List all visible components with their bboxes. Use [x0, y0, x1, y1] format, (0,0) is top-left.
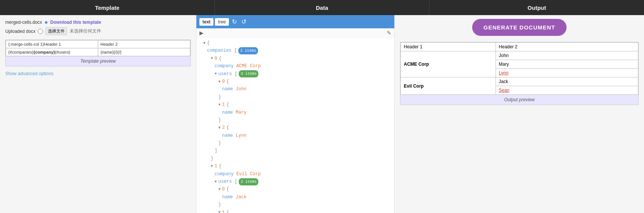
user-john: John: [496, 51, 638, 60]
list-item: ▼ users [ 3 items: [215, 70, 391, 78]
table-row: ACME Corp John: [401, 51, 638, 60]
output-panel: GENERATE DOCUMENT Header 1 Header 2 ACME…: [395, 15, 644, 213]
output-table: Header 1 Header 2 ACME Corp John Mary Ly…: [400, 42, 638, 95]
data-panel: text tree ↻ ↺ ▶ ✎ ▼ { companies [ 2 item…: [196, 15, 395, 213]
list-item: name Lynn: [222, 132, 391, 139]
template-preview-label: Template preview: [6, 56, 190, 66]
data-toolbar: text tree ↻ ↺: [196, 15, 394, 28]
list-item: companies [ 2 items: [207, 47, 391, 54]
table-cell: {:merge-cells-col 1}Header 1: [6, 40, 98, 48]
choose-file-button[interactable]: 选择文件: [45, 27, 67, 35]
template-panel: merged-cells.docx ● Download this templa…: [0, 15, 196, 213]
list-item: ▼ 0 {: [218, 78, 391, 85]
header-template: Template: [0, 0, 215, 15]
header-data-label: Data: [316, 5, 328, 11]
tree-content: ▼ { companies [ 2 items ▼ 0 { company AC…: [196, 38, 394, 213]
template-file-row: merged-cells.docx ● Download this templa…: [5, 19, 191, 26]
list-item: ]: [215, 147, 391, 154]
tab-tree[interactable]: tree: [215, 18, 229, 26]
table-cell: {name}{/}{/}: [98, 48, 190, 56]
list-item: ▼ 0 {: [218, 185, 391, 193]
company-acme: ACME Corp: [401, 51, 496, 77]
radio-indicator: ●: [44, 19, 48, 26]
header-output: Output: [429, 0, 644, 15]
list-item: ▼ 1 {: [218, 209, 391, 213]
list-item: }: [218, 201, 391, 208]
main-content: merged-cells.docx ● Download this templa…: [0, 15, 644, 213]
table-row: Header 1 Header 2: [401, 43, 638, 51]
table-row: {#companies}{company}{#users} {name}{/}{…: [6, 48, 190, 56]
list-item: ▼ users [ 2 items: [215, 178, 391, 185]
company-evil: Evil Corp: [401, 77, 496, 95]
list-item: }: [218, 116, 391, 124]
output-preview-label: Output preview: [400, 95, 638, 105]
top-header: Template Data Output: [0, 0, 644, 15]
user-sean: Sean: [496, 86, 638, 95]
download-template-link[interactable]: Download this template: [50, 20, 101, 25]
list-item: ▼ 1 {: [211, 162, 391, 170]
list-item: }: [211, 155, 391, 162]
table-header-2: Header 2: [496, 43, 638, 51]
template-filename: merged-cells.docx: [5, 20, 42, 25]
output-preview-box: Header 1 Header 2 ACME Corp John Mary Ly…: [400, 42, 639, 105]
list-item: ▼ 1 {: [218, 101, 391, 108]
show-advanced-options[interactable]: Show advanced options: [5, 71, 191, 76]
list-item: ▼ 2 {: [218, 124, 391, 131]
table-row: {:merge-cells-col 1}Header 1 Header 2: [6, 40, 190, 48]
list-item: company ACME Corp: [215, 62, 391, 70]
expand-button[interactable]: ▶: [199, 30, 204, 36]
list-item: name John: [222, 85, 391, 93]
template-upload-row: Uploaded docx 选择文件 未选择任何文件: [5, 27, 191, 35]
header-data: Data: [215, 0, 430, 15]
upload-radio[interactable]: [38, 29, 43, 34]
generate-document-button[interactable]: GENERATE DOCUMENT: [472, 19, 567, 36]
user-mary: Mary: [496, 60, 638, 69]
template-preview-box: {:merge-cells-col 1}Header 1 Header 2 {#…: [5, 40, 191, 66]
header-output-label: Output: [528, 5, 546, 11]
tab-text[interactable]: text: [199, 18, 213, 26]
no-file-text: 未选择任何文件: [69, 28, 101, 34]
user-lynn: Lynn: [496, 69, 638, 77]
data-tree-toolbar: ▶ ✎: [196, 28, 394, 38]
list-item: name Jack: [222, 193, 391, 201]
uploaded-label: Uploaded docx: [5, 29, 36, 34]
table-cell: Header 2: [98, 40, 190, 48]
header-template-label: Template: [95, 5, 119, 11]
user-jack: Jack: [496, 77, 638, 86]
redo-button[interactable]: ↺: [240, 17, 248, 26]
table-cell: {#companies}{company}{#users}: [6, 48, 98, 56]
list-item: ▼ {: [203, 39, 391, 47]
undo-button[interactable]: ↻: [230, 17, 238, 26]
list-item: company Evil Corp: [215, 170, 391, 178]
list-item: name Mary: [222, 109, 391, 116]
table-row: Evil Corp Jack: [401, 77, 638, 86]
list-item: ▼ 0 {: [211, 55, 391, 62]
table-header-1: Header 1: [401, 43, 496, 51]
list-item: }: [218, 93, 391, 101]
edit-button[interactable]: ✎: [387, 30, 391, 36]
template-table: {:merge-cells-col 1}Header 1 Header 2 {#…: [6, 40, 190, 56]
list-item: }: [218, 139, 391, 147]
